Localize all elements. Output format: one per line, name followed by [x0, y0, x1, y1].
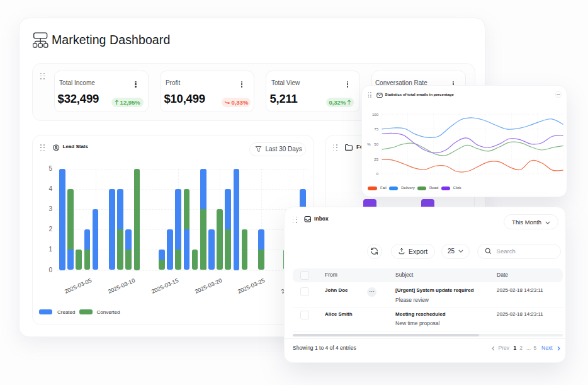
svg-text:75: 75 [375, 127, 379, 131]
svg-text:100: 100 [372, 113, 379, 117]
svg-text:25: 25 [375, 157, 379, 161]
svg-text:50: 50 [375, 142, 379, 146]
svg-text:0: 0 [376, 172, 379, 176]
svg-text:%: % [368, 142, 371, 146]
